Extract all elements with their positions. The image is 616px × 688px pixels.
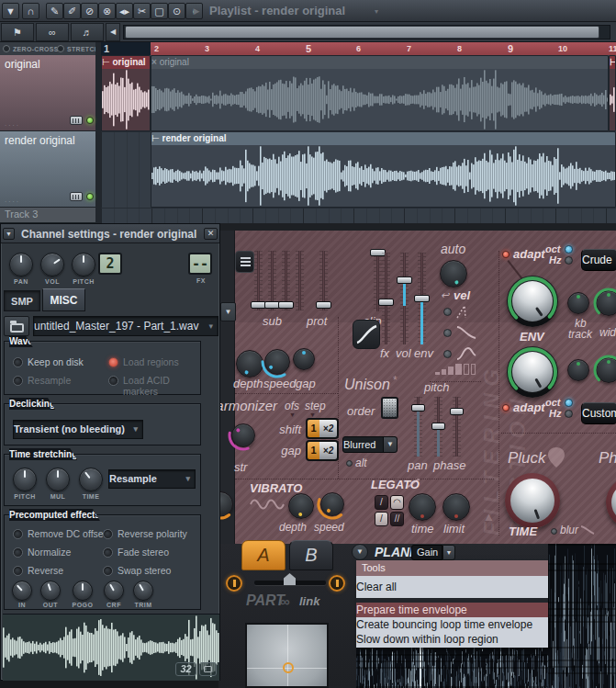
clip-original-3[interactable]: ⊢ (609, 55, 616, 131)
env-slider[interactable] (418, 253, 426, 344)
sub-slider-4[interactable] (296, 251, 304, 310)
filter2-hz-led[interactable] (565, 410, 573, 418)
gap-roller[interactable]: 1 ×2 (306, 440, 339, 461)
harmor-dropdown-button[interactable]: ▼ (220, 302, 236, 321)
tab-notes-view[interactable]: ♬ (71, 23, 104, 41)
unison-phase-slider[interactable] (453, 397, 461, 457)
clip-original-2[interactable]: × original (151, 55, 609, 131)
filter2-kbtrack-knob[interactable] (567, 359, 589, 381)
draw-tool-icon[interactable]: ✎ (46, 3, 63, 19)
sub-slider-1[interactable] (254, 251, 263, 310)
normalize-radio[interactable] (13, 547, 23, 558)
unison-mid-slider[interactable] (434, 397, 442, 457)
chevron-down-icon[interactable]: ▾ (375, 7, 378, 16)
sampler-icon[interactable] (70, 192, 83, 201)
clip-curve-button[interactable] (353, 320, 380, 349)
folder-icon[interactable] (4, 316, 29, 336)
part-xy-pad[interactable] (245, 623, 329, 688)
channel-pitch-knob[interactable] (72, 253, 95, 276)
remove-dc-radio[interactable] (13, 529, 23, 539)
slice-tool-icon[interactable]: ✂ (133, 3, 151, 19)
pitch-range-display[interactable]: 2 (98, 253, 122, 275)
link-chain-icon[interactable]: ∞ (280, 593, 290, 609)
unison-pan-slider[interactable] (414, 397, 422, 457)
ts-pitch-knob[interactable] (13, 468, 37, 491)
zoom-tool-icon[interactable]: ⊙ (168, 3, 185, 19)
menu-item-slow-down-loop[interactable]: Slow down within loop region (356, 632, 548, 648)
select-tool-icon[interactable]: ▢ (151, 3, 168, 19)
tab-misc[interactable]: MISC (42, 288, 85, 311)
vel-env-radio-3[interactable] (443, 350, 452, 358)
auto-knob[interactable] (440, 260, 467, 288)
sample-file-dropdown[interactable]: untitled_Master_197 - Part_1.wav (33, 316, 218, 336)
vibrato-depth-knob[interactable] (288, 493, 314, 519)
swap-stereo-radio[interactable] (103, 566, 113, 576)
legato-mode-2[interactable]: ◠ (390, 495, 404, 510)
alt-led[interactable] (346, 460, 353, 467)
slip-tool-icon[interactable]: ◂▸ (116, 3, 133, 19)
clip-waveform[interactable] (610, 69, 615, 130)
snap-magnet-icon[interactable]: ∩ (22, 3, 39, 19)
zero-cross-radio[interactable] (3, 45, 10, 52)
filter1-adapt-led[interactable] (502, 251, 510, 258)
vibrato-speed-knob[interactable] (320, 492, 344, 516)
track-panel-original[interactable]: original .... (0, 55, 95, 131)
channel-vol-knob[interactable] (40, 253, 64, 276)
tab-automation-view[interactable]: ∞ (36, 23, 69, 41)
filter2-width-knob[interactable] (596, 357, 616, 383)
declicking-dropdown[interactable]: Transient (no bleeding) (13, 420, 143, 439)
filter1-kbtrack-knob[interactable] (567, 292, 589, 314)
declick-preview-button[interactable] (199, 662, 217, 676)
options-dropdown-icon[interactable]: ▼ (2, 3, 19, 19)
clip-waveform[interactable] (102, 69, 150, 130)
menu-item-clear-all[interactable]: Clear all (356, 576, 548, 598)
legato-mode-1[interactable]: / (375, 495, 388, 510)
fx-pogo-knob[interactable] (73, 581, 93, 601)
vol-slider[interactable] (400, 253, 409, 344)
fade-stereo-radio[interactable] (103, 547, 113, 558)
menu-item-prepare-time-envelope[interactable]: Prepare time envelope (356, 603, 548, 617)
plane-dropdown-arrow[interactable]: ▼ (442, 545, 455, 560)
fx-trim-knob[interactable] (133, 581, 153, 601)
filter1-env-knob[interactable] (507, 276, 558, 327)
fx-crf-knob[interactable] (104, 581, 124, 601)
gap-offset-value[interactable]: 1 (308, 442, 319, 459)
paint-tool-icon[interactable]: ✐ (63, 3, 81, 19)
gap-step-value[interactable]: ×2 (319, 442, 337, 459)
filter2-env-knob[interactable] (507, 346, 558, 398)
resample-radio[interactable] (13, 376, 23, 386)
sub-slider-3[interactable] (282, 251, 290, 310)
filter1-width-knob[interactable] (596, 290, 616, 316)
vel-env-radio-2[interactable] (443, 329, 452, 337)
filter1-oct-led[interactable] (565, 245, 573, 254)
timeline-ruler[interactable] (151, 42, 616, 55)
fx-slider[interactable] (382, 253, 390, 344)
chevron-down-icon[interactable]: ▼ (309, 412, 316, 418)
clip-waveform[interactable] (151, 69, 608, 130)
str-knob[interactable] (231, 423, 255, 447)
legato-limit-knob[interactable] (442, 493, 470, 521)
part-a-tab[interactable]: A (241, 540, 286, 570)
pluck-time-knob[interactable] (505, 473, 560, 528)
part-morph-right-button[interactable] (329, 575, 345, 592)
part-morph-left-button[interactable] (226, 575, 242, 592)
legato-time-knob[interactable] (409, 493, 436, 521)
filter1-hz-led[interactable] (565, 256, 573, 265)
prot-slider[interactable] (319, 251, 328, 310)
close-icon[interactable]: ✕ (204, 228, 218, 240)
plane-dropdown[interactable]: Gain (411, 545, 442, 560)
menu-item-create-bouncing-loop[interactable]: Create bouncing loop time envelope (356, 617, 548, 632)
hamburger-menu-button[interactable] (235, 251, 254, 273)
track-enable-led[interactable] (86, 193, 94, 200)
fx-channel-display[interactable]: -- (188, 253, 212, 275)
ts-mode-dropdown[interactable]: Resample (108, 469, 196, 489)
sub-slider-2[interactable] (268, 251, 276, 310)
clip-original-1[interactable]: ⊢ original (101, 55, 151, 131)
timeline-ruler-bar1[interactable] (101, 42, 151, 55)
clip-waveform[interactable] (151, 145, 615, 207)
plane-menu-button[interactable]: ▼ (352, 544, 368, 560)
reverse-polarity-radio[interactable] (103, 529, 113, 539)
fx-out-knob[interactable] (40, 581, 61, 601)
load-regions-radio[interactable] (108, 357, 118, 367)
filter1-shape-button[interactable]: Crude (581, 249, 616, 271)
